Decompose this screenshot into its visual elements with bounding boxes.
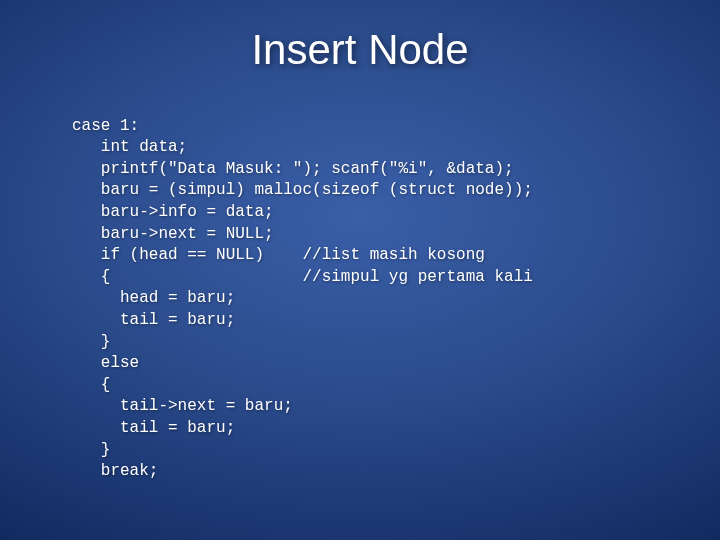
code-line: tail = baru; (72, 419, 235, 437)
code-line: printf("Data Masuk: "); scanf("%i", &dat… (72, 160, 514, 178)
code-line: baru = (simpul) malloc(sizeof (struct no… (72, 181, 533, 199)
code-line: tail = baru; (72, 311, 235, 329)
code-line: } (72, 441, 110, 459)
code-line: case 1: (72, 117, 139, 135)
code-line: tail->next = baru; (72, 397, 293, 415)
code-line: } (72, 333, 110, 351)
slide-title: Insert Node (0, 0, 720, 94)
code-line: { (72, 376, 110, 394)
code-line: baru->info = data; (72, 203, 274, 221)
code-line: int data; (72, 138, 187, 156)
code-line: break; (72, 462, 158, 480)
code-line: baru->next = NULL; (72, 225, 274, 243)
code-line: else (72, 354, 139, 372)
code-line: head = baru; (72, 289, 235, 307)
code-line: { //simpul yg pertama kali (72, 268, 533, 286)
code-block: case 1: int data; printf("Data Masuk: ")… (0, 94, 720, 483)
code-line: if (head == NULL) //list masih kosong (72, 246, 485, 264)
